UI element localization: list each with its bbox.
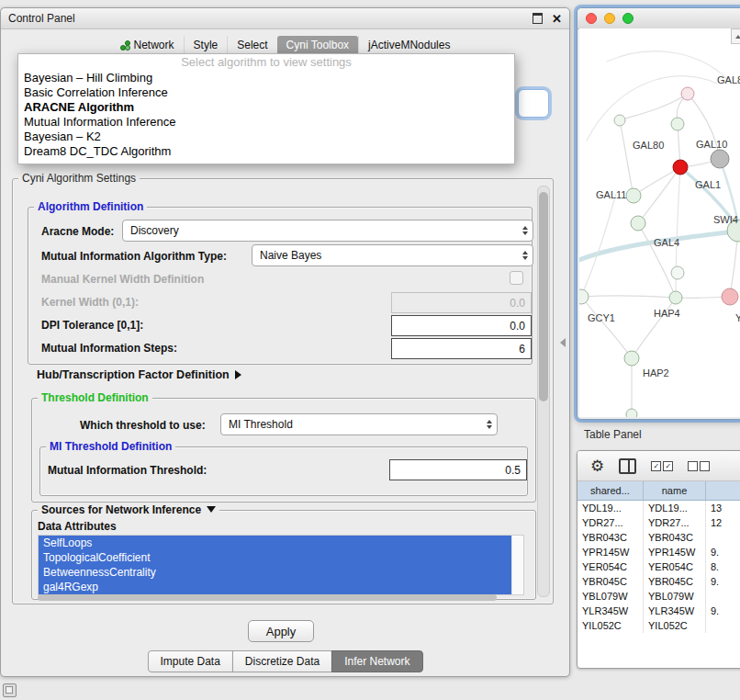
network-node[interactable]	[579, 289, 589, 304]
close-traffic-light[interactable]	[586, 13, 597, 24]
threshold-definition-title: Threshold Definition	[38, 391, 152, 404]
mi-steps-field[interactable]: 6	[391, 338, 532, 359]
table-row[interactable]: YBR045CYBR045C9.	[577, 574, 740, 589]
tab-label: jActiveMNodules	[368, 39, 450, 51]
attribute-item[interactable]: TopologicalCoefficient	[39, 550, 511, 565]
network-node[interactable]	[671, 118, 684, 130]
settings-scrollbar[interactable]	[537, 186, 550, 597]
sources-toggle[interactable]: Sources for Network Inference	[38, 503, 219, 516]
algorithm-option[interactable]: Mutual Information Inference	[18, 115, 514, 130]
network-node[interactable]	[671, 266, 684, 279]
control-panel-window: Control Panel ✕ NetworkStyleSelectCyni T…	[0, 7, 570, 677]
bottom-tab-impute-data[interactable]: Impute Data	[147, 650, 232, 672]
table-cell: YPR145W	[644, 545, 706, 559]
attribute-item[interactable]: BetweennessCentrality	[39, 565, 511, 580]
dpi-tolerance-field[interactable]: 0.0	[391, 315, 532, 336]
algorithm-option[interactable]: ARACNE Algorithm	[18, 100, 514, 115]
table-row[interactable]: YBL079WYBL079W	[577, 589, 740, 604]
network-edge[interactable]	[638, 223, 676, 298]
close-icon[interactable]: ✕	[552, 12, 562, 26]
scroll-up-icon[interactable]	[731, 28, 740, 44]
columns-icon[interactable]	[619, 458, 636, 474]
network-node[interactable]	[669, 291, 682, 304]
attribute-item[interactable]: SelfLoops	[39, 536, 511, 550]
network-edge[interactable]	[638, 167, 680, 223]
mi-threshold-group-title: MI Threshold Definition	[46, 440, 175, 453]
column-header[interactable]: shared...	[577, 481, 644, 500]
network-edge[interactable]	[633, 167, 680, 196]
table-row[interactable]: YDL19...YDL19...13	[577, 501, 740, 515]
tab-style[interactable]: Style	[184, 36, 228, 55]
hub-definition-toggle[interactable]: Hub/Transcription Factor Definition	[37, 368, 241, 381]
algorithm-placeholder: Select algorithm to view settings	[18, 54, 514, 71]
network-edge[interactable]	[581, 296, 676, 298]
table-row[interactable]: YBR043CYBR043C	[577, 530, 740, 545]
column-header[interactable]: name	[644, 481, 706, 500]
table-cell: 12	[706, 515, 740, 530]
data-attributes-list[interactable]: SelfLoopsTopologicalCoefficientBetweenne…	[38, 535, 524, 595]
algorithm-option[interactable]: Bayesian – Hill Climbing	[18, 71, 514, 85]
bottom-tab-infer-network[interactable]: Infer Network	[331, 650, 422, 672]
network-icon	[120, 40, 130, 51]
network-node[interactable]	[722, 288, 738, 305]
tab-jactivemnodules[interactable]: jActiveMNodules	[358, 36, 459, 55]
select-all-icon[interactable]: ✓ ✓	[651, 461, 673, 471]
manual-kernel-checkbox[interactable]	[510, 271, 523, 285]
which-threshold-combo[interactable]: MI Threshold	[220, 413, 498, 435]
network-edge[interactable]	[632, 298, 676, 358]
network-edge[interactable]	[587, 76, 717, 141]
refresh-algorithms-button[interactable]	[518, 89, 549, 118]
algorithm-option[interactable]: Basic Correlation Inference	[18, 85, 514, 100]
network-edge[interactable]	[581, 297, 632, 358]
table-row[interactable]: YPR145WYPR145W9.	[577, 545, 740, 559]
table-row[interactable]: YDR27...YDR27...12	[577, 515, 740, 530]
network-canvas[interactable]: GAL8GAL80GAL10GAL11GAL1SWI4GAL4GCY1HAP4H…	[579, 28, 740, 417]
settings-scrollbar-thumb[interactable]	[539, 192, 548, 401]
network-node[interactable]	[624, 351, 639, 366]
network-canvas-svg: GAL8GAL80GAL10GAL11GAL1SWI4GAL4GCY1HAP4H…	[579, 28, 740, 417]
attr-items: SelfLoopsTopologicalCoefficientBetweenne…	[39, 536, 523, 594]
select-none-icon[interactable]	[688, 461, 710, 471]
network-node[interactable]	[673, 160, 688, 175]
gear-icon[interactable]: ⚙	[590, 458, 604, 474]
tab-select[interactable]: Select	[227, 36, 276, 55]
tab-network[interactable]: Network	[111, 36, 184, 55]
table-cell: YIL052C	[644, 618, 706, 633]
data-attributes-label: Data Attributes	[38, 520, 117, 533]
tab-cyni-toolbox[interactable]: Cyni Toolbox	[277, 36, 358, 55]
mi-steps-label: Mutual Information Steps:	[41, 342, 177, 355]
mi-threshold-field[interactable]: 0.5	[389, 459, 527, 480]
mi-type-combo[interactable]: Naive Bayes	[252, 244, 533, 266]
algorithm-option[interactable]: Bayesian – K2	[18, 130, 514, 144]
network-node[interactable]	[631, 216, 645, 231]
splitter-handle[interactable]	[560, 338, 566, 347]
minimize-traffic-light[interactable]	[604, 13, 615, 24]
horizontal-scrollbar[interactable]	[38, 594, 497, 601]
aracne-mode-label: Aracne Mode:	[41, 225, 114, 238]
network-node[interactable]	[711, 150, 729, 168]
table-row[interactable]: YIL052CYIL052C	[577, 618, 740, 633]
control-panel-titlebar[interactable]: Control Panel ✕	[1, 8, 569, 29]
table-row[interactable]: YER054CYER054C8.	[577, 559, 740, 574]
algorithm-option[interactable]: Dream8 DC_TDC Algorithm	[18, 144, 514, 159]
attribute-item[interactable]: gal4RGexp	[39, 580, 511, 594]
network-node[interactable]	[681, 87, 694, 100]
list-scrollbar[interactable]	[511, 536, 523, 594]
panel-restore-icon[interactable]	[3, 683, 17, 697]
network-node[interactable]	[626, 188, 641, 203]
network-edge[interactable]	[620, 120, 633, 196]
network-edge[interactable]	[607, 51, 728, 80]
aracne-mode-combo[interactable]: Discovery	[122, 220, 533, 242]
bottom-tab-discretize-data[interactable]: Discretize Data	[232, 650, 332, 672]
network-edge[interactable]	[581, 194, 616, 297]
table-row[interactable]: YLR345WYLR345W9.	[577, 604, 740, 618]
column-header[interactable]	[706, 481, 740, 500]
zoom-traffic-light[interactable]	[622, 13, 633, 24]
float-window-icon[interactable]	[533, 13, 543, 24]
network-window-titlebar[interactable]	[577, 8, 740, 29]
apply-button[interactable]: Apply	[248, 620, 314, 642]
node-label: GAL11	[596, 189, 626, 200]
network-node[interactable]	[614, 115, 625, 126]
network-node[interactable]	[626, 409, 637, 417]
dpi-tolerance-label: DPI Tolerance [0,1]:	[41, 319, 143, 332]
